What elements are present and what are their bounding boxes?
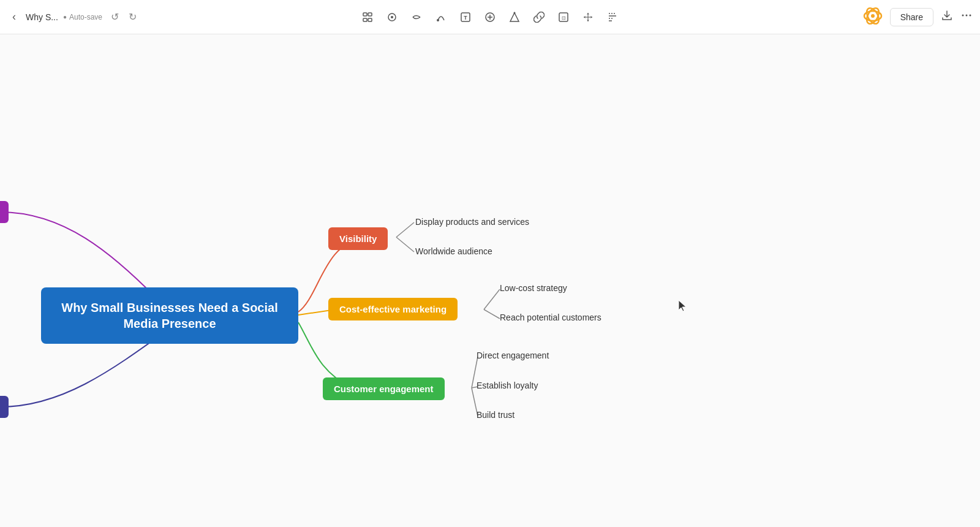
- toolbar-left: ‹ Why S... ● Auto-save ↺ ↻: [7, 8, 179, 26]
- leaf-text: Display products and services: [415, 217, 529, 227]
- svg-point-5: [391, 16, 393, 18]
- svg-point-25: [962, 15, 964, 17]
- autosave-indicator: ● Auto-save: [63, 13, 102, 21]
- connections-svg: [0, 34, 980, 527]
- move-tool-button[interactable]: [577, 6, 599, 28]
- shape-tool-button[interactable]: [503, 6, 526, 28]
- leaf-reach-customers[interactable]: Reach potential customers: [500, 313, 601, 322]
- cursor-indicator: [679, 300, 688, 315]
- svg-rect-1: [368, 13, 372, 16]
- leaf-display-products[interactable]: Display products and services: [415, 217, 529, 227]
- toolbar: ‹ Why S... ● Auto-save ↺ ↻: [0, 0, 980, 34]
- svg-text:T: T: [464, 15, 467, 21]
- plus-tool-button[interactable]: [479, 6, 501, 28]
- svg-point-24: [871, 14, 875, 18]
- svg-rect-3: [368, 18, 372, 21]
- leaf-text: Direct engagement: [477, 351, 549, 360]
- leaf-low-cost[interactable]: Low-cost strategy: [500, 283, 567, 293]
- branch-tool-button[interactable]: [405, 6, 428, 28]
- left-stub-bottom[interactable]: [0, 396, 9, 418]
- select-tool-button[interactable]: [356, 6, 379, 28]
- hand-tool-button[interactable]: [381, 6, 403, 28]
- link-tool-button[interactable]: [528, 6, 550, 28]
- redo-button[interactable]: ↻: [125, 9, 140, 25]
- back-button[interactable]: ‹: [7, 8, 21, 26]
- autosave-dot-icon: ●: [63, 13, 67, 20]
- left-stub-top[interactable]: [0, 201, 9, 223]
- frame-tool-button[interactable]: ⊡: [552, 6, 575, 28]
- cost-effective-label: Cost-effective marketing: [339, 304, 447, 314]
- center-node[interactable]: Why Small Businesses Need a Social Media…: [41, 287, 298, 344]
- text-tool-button[interactable]: T: [454, 6, 477, 28]
- leaf-text: Establish loyalty: [477, 381, 538, 390]
- connection-tool-button[interactable]: [430, 6, 452, 28]
- doc-title: Why S...: [26, 12, 58, 22]
- leaf-direct-engagement[interactable]: Direct engagement: [477, 351, 549, 360]
- visibility-label: Visibility: [339, 233, 377, 244]
- toolbar-tools: T ⊡: [356, 6, 624, 28]
- pen-tool-button[interactable]: [601, 6, 624, 28]
- leaf-establish-loyalty[interactable]: Establish loyalty: [477, 381, 538, 390]
- leaf-text: Worldwide audience: [415, 246, 492, 256]
- center-node-text: Why Small Businesses Need a Social Media…: [58, 300, 281, 332]
- leaf-text: Low-cost strategy: [500, 283, 567, 293]
- svg-rect-0: [363, 13, 367, 16]
- undo-redo-group: ↺ ↻: [107, 9, 140, 25]
- leaf-text: Reach potential customers: [500, 313, 601, 322]
- leaf-build-trust[interactable]: Build trust: [477, 410, 514, 420]
- mind-map-canvas[interactable]: Why Small Businesses Need a Social Media…: [0, 34, 980, 527]
- toolbar-right: Share: [863, 6, 973, 28]
- svg-point-6: [437, 19, 439, 21]
- app-logo: [863, 6, 883, 28]
- svg-point-26: [966, 15, 968, 17]
- leaf-worldwide-audience[interactable]: Worldwide audience: [415, 246, 492, 256]
- svg-text:⊡: ⊡: [562, 15, 566, 21]
- leaf-text: Build trust: [477, 410, 514, 420]
- visibility-node[interactable]: Visibility: [328, 227, 388, 250]
- svg-point-12: [514, 12, 516, 13]
- autosave-label: Auto-save: [69, 13, 102, 21]
- customer-engagement-label: Customer engagement: [334, 384, 434, 394]
- more-options-button[interactable]: [960, 9, 973, 25]
- customer-engagement-node[interactable]: Customer engagement: [323, 377, 445, 400]
- cost-effective-node[interactable]: Cost-effective marketing: [328, 298, 458, 320]
- download-button[interactable]: [941, 9, 953, 25]
- undo-button[interactable]: ↺: [107, 9, 123, 25]
- share-button[interactable]: Share: [890, 8, 933, 26]
- svg-rect-2: [363, 18, 367, 21]
- svg-point-27: [970, 15, 971, 17]
